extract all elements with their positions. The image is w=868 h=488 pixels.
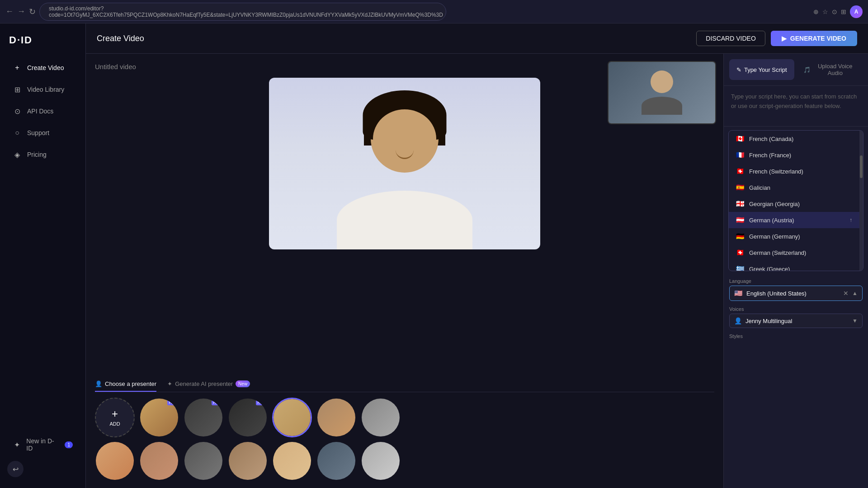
flag-gr: 🇬🇷 bbox=[736, 265, 745, 271]
type-script-tab[interactable]: ✎ Type Your Script bbox=[729, 59, 794, 80]
chevron-up-icon[interactable]: ▲ bbox=[852, 290, 858, 296]
api-icon: ⊙ bbox=[13, 107, 22, 116]
styles-label: Styles bbox=[729, 333, 863, 339]
cursor-indicator: ↑ bbox=[849, 217, 852, 223]
chevron-down-icon[interactable]: ▼ bbox=[852, 318, 858, 324]
selected-language-flag: 🇺🇸 bbox=[734, 289, 743, 297]
pricing-icon: ◈ bbox=[13, 150, 22, 159]
webcam-preview bbox=[608, 61, 716, 124]
lang-item-galician[interactable]: 🇪🇸 Galician bbox=[729, 179, 859, 196]
avatar-4-selected[interactable] bbox=[272, 398, 312, 437]
avatar-5[interactable] bbox=[316, 398, 356, 437]
discard-video-button[interactable]: DISCARD VIDEO bbox=[696, 31, 765, 46]
lang-item-french-canada[interactable]: 🇨🇦 French (Canada) bbox=[729, 131, 859, 147]
new-in-did-item[interactable]: ✦ New in D-ID 1 bbox=[4, 432, 82, 457]
new-tag: New bbox=[236, 380, 250, 387]
page-title: Create Video bbox=[97, 34, 144, 43]
sidebar-item-video-library[interactable]: ⊞ Video Library bbox=[4, 80, 82, 99]
avatar-8[interactable] bbox=[139, 441, 179, 481]
selected-language-label: English (United States) bbox=[746, 290, 807, 297]
avatar-3[interactable]: HQ bbox=[228, 398, 268, 437]
header-actions: DISCARD VIDEO ▶ GENERATE VIDEO bbox=[696, 31, 857, 46]
flag-fr: 🇫🇷 bbox=[736, 151, 745, 159]
flag-de: 🇩🇪 bbox=[736, 232, 745, 240]
generate-video-button[interactable]: ▶ GENERATE VIDEO bbox=[771, 31, 857, 46]
back-btn[interactable]: ← bbox=[5, 7, 14, 16]
video-canvas bbox=[269, 78, 540, 249]
clear-icon[interactable]: ✕ bbox=[843, 290, 849, 297]
extension-icons: ⊕☆⊙⊞ bbox=[813, 5, 846, 18]
plus-icon: + bbox=[13, 63, 22, 72]
flag-ge: 🇬🇪 bbox=[736, 200, 745, 208]
flag-ch-de: 🇨🇭 bbox=[736, 249, 745, 257]
avatar-12[interactable] bbox=[316, 441, 356, 481]
voice-label: Voices bbox=[729, 306, 863, 312]
avatar-9[interactable] bbox=[184, 441, 223, 481]
voice-section: Voices 👤 Jenny Multilingual ▼ bbox=[724, 303, 868, 330]
language-select-box[interactable]: 🇺🇸 English (United States) ✕ ▲ bbox=[729, 286, 863, 301]
flag-ch-fr: 🇨🇭 bbox=[736, 167, 745, 175]
avatar-7[interactable] bbox=[95, 441, 135, 481]
content-header: Create Video DISCARD VIDEO ▶ GENERATE VI… bbox=[86, 23, 868, 54]
avatar-1[interactable]: HQ bbox=[139, 398, 179, 437]
sidebar-item-support[interactable]: ○ Support bbox=[4, 123, 82, 143]
ai-tab-icon: ✦ bbox=[167, 380, 172, 387]
voice-person-icon: 👤 bbox=[734, 317, 742, 324]
music-icon: 🎵 bbox=[803, 66, 811, 73]
avatar-6[interactable] bbox=[361, 398, 401, 437]
star-icon: ✦ bbox=[13, 440, 21, 449]
right-panel: ✎ Type Your Script 🎵 Upload Voice Audio … bbox=[723, 54, 868, 488]
tab-generate-presenter[interactable]: ✦ Generate AI presenter New bbox=[167, 377, 250, 392]
language-dropdown-open: 🇨🇦 French (Canada) 🇫🇷 French (France) 🇨🇭… bbox=[728, 130, 863, 271]
forward-btn[interactable]: → bbox=[17, 7, 25, 16]
voice-select-box[interactable]: 👤 Jenny Multilingual ▼ bbox=[729, 314, 863, 328]
avatar-11[interactable] bbox=[272, 441, 312, 481]
lang-item-greek[interactable]: 🇬🇷 Greek (Greece) bbox=[729, 261, 859, 271]
refresh-btn[interactable]: ↻ bbox=[29, 7, 36, 17]
styles-section: Styles bbox=[724, 330, 868, 343]
script-textarea[interactable]: Type your script here, you can start fro… bbox=[724, 86, 868, 127]
generate-icon: ▶ bbox=[782, 35, 787, 42]
tab-choose-presenter[interactable]: 👤 Choose a presenter bbox=[95, 377, 156, 392]
avatar-13[interactable] bbox=[361, 441, 401, 481]
flag-ca: 🇨🇦 bbox=[736, 135, 745, 143]
language-section: Language 🇺🇸 English (United States) ✕ ▲ bbox=[724, 275, 868, 303]
add-presenter-button[interactable]: + ADD bbox=[95, 398, 135, 437]
scrollbar-thumb[interactable] bbox=[860, 155, 863, 178]
presenter-grid-row1: + ADD HQ HQ HQ bbox=[95, 398, 714, 437]
avatar-2[interactable]: HQ bbox=[184, 398, 223, 437]
lang-item-french-switzerland[interactable]: 🇨🇭 French (Switzerland) bbox=[729, 163, 859, 179]
logo: D·ID bbox=[0, 31, 85, 57]
browser-bar: ← → ↻ studio.d-id.com/editor?code=1Ot7Gy… bbox=[0, 0, 868, 23]
sidebar-item-create-video[interactable]: + Create Video bbox=[4, 58, 82, 78]
presenter-section: 👤 Choose a presenter ✦ Generate AI prese… bbox=[86, 371, 723, 488]
language-label: Language bbox=[729, 278, 863, 284]
lang-item-german-germany[interactable]: 🇩🇪 German (Germany) bbox=[729, 228, 859, 244]
presenter-grid-row2 bbox=[95, 441, 714, 481]
selected-voice-label: Jenny Multilingual bbox=[745, 318, 792, 324]
profile-avatar[interactable]: A bbox=[850, 5, 863, 18]
lang-item-german-switzerland[interactable]: 🇨🇭 German (Switzerland) bbox=[729, 244, 859, 261]
pencil-icon: ✎ bbox=[736, 66, 741, 73]
dropdown-scrollbar[interactable] bbox=[859, 131, 863, 271]
script-tabs: ✎ Type Your Script 🎵 Upload Voice Audio bbox=[724, 54, 868, 86]
person-tab-icon: 👤 bbox=[95, 380, 102, 387]
lang-item-german-austria[interactable]: 🇦🇹 German (Austria) ↑ bbox=[729, 212, 859, 228]
flag-at: 🇦🇹 bbox=[736, 216, 745, 224]
flag-es: 🇪🇸 bbox=[736, 183, 745, 192]
support-icon: ○ bbox=[13, 128, 22, 137]
grid-icon: ⊞ bbox=[13, 85, 22, 94]
sidebar: D·ID + Create Video ⊞ Video Library ⊙ AP… bbox=[0, 23, 86, 488]
lang-item-georgian[interactable]: 🇬🇪 Georgian (Georgia) bbox=[729, 196, 859, 212]
url-bar[interactable]: studio.d-id.com/editor?code=1Ot7GyMJ_6XC… bbox=[39, 3, 446, 21]
new-badge: 1 bbox=[65, 441, 73, 448]
lang-item-french-france[interactable]: 🇫🇷 French (France) bbox=[729, 147, 859, 163]
upload-audio-tab[interactable]: 🎵 Upload Voice Audio bbox=[798, 59, 863, 80]
avatar-10[interactable] bbox=[228, 441, 268, 481]
back-btn-bottom[interactable]: ↩ bbox=[7, 461, 24, 477]
sidebar-item-api-docs[interactable]: ⊙ API Docs bbox=[4, 101, 82, 121]
video-section: Untitled video bbox=[86, 54, 723, 488]
sidebar-item-pricing[interactable]: ◈ Pricing bbox=[4, 145, 82, 164]
